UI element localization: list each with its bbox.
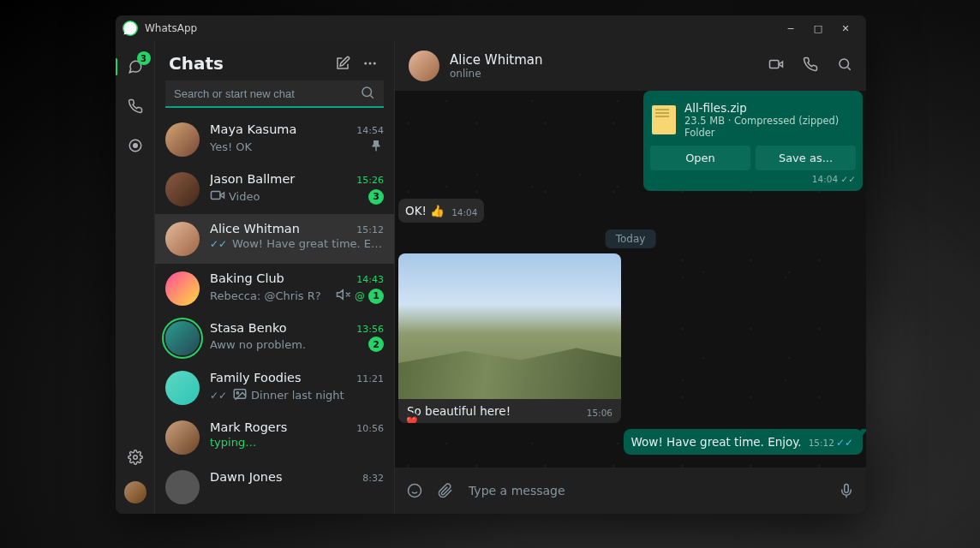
unread-badge: 3 [368,189,384,205]
chat-preview: Wow! Have great time. Enjoy. [232,237,384,250]
left-rail: 3 [116,41,155,514]
chats-more-icon[interactable] [360,53,380,74]
search-icon [360,85,375,103]
read-ticks-icon: ✓✓ [210,238,227,250]
chat-name: Alice Whitman [210,222,356,235]
msg-time: 14:04 ✓✓ [650,174,856,184]
maximize-button[interactable]: □ [804,16,832,40]
chat-preview: typing… [210,436,384,449]
video-icon [210,188,225,206]
mention-icon: @ [355,290,365,302]
app-title: WhatsApp [145,22,197,34]
file-name: All-files.zip [684,101,854,115]
avatar [409,51,439,81]
video-call-icon[interactable] [768,57,784,75]
msg-time: 15:12✓✓ [809,437,855,449]
file-meta: 23.5 MB · Compressed (zipped) Folder [684,115,854,139]
rail-settings-icon[interactable] [125,447,146,468]
unread-badge: 1 [368,289,384,304]
rail-chats-badge: 3 [137,51,151,65]
file-saveas-button[interactable]: Save as... [756,146,856,170]
chat-name: Family Foodies [210,371,356,384]
minimize-button[interactable]: ─ [777,16,804,40]
chat-time: 15:26 [356,175,384,186]
avatar [165,172,200,206]
svg-point-1 [133,144,137,148]
app-logo-icon [122,21,138,36]
chat-time: 10:56 [356,423,384,434]
message-incoming-image[interactable]: So beautiful here! 15:06 ❤️ [398,253,621,423]
message-image[interactable] [398,253,621,399]
chat-time: 14:54 [356,125,384,136]
chat-item-stasa[interactable]: Stasa Benko13:56 Aww no problem.2 [155,313,394,363]
conversation-header[interactable]: Alice Whitman online [395,41,866,91]
avatar [165,271,200,306]
unread-badge: 2 [368,337,384,352]
message-outgoing-text[interactable]: Wow! Have great time. Enjoy. 15:12✓✓ [624,429,863,455]
msg-text: OK! 👍 [405,204,445,217]
pin-icon [368,138,384,156]
avatar [165,470,200,504]
search-input[interactable] [174,87,360,100]
rail-profile-avatar[interactable] [124,481,146,503]
avatar [165,222,200,256]
new-chat-icon[interactable] [332,53,353,74]
mic-icon[interactable] [839,483,854,498]
chat-name: Mark Rogers [210,420,356,434]
rail-calls-icon[interactable] [125,96,146,116]
svg-point-6 [362,87,372,97]
chat-name: Baking Club [210,271,356,285]
chat-preview: Rebecca: @Chris R? [210,289,332,302]
contact-name: Alice Whitman [450,52,758,68]
chat-item-baking[interactable]: Baking Club14:43 Rebecca: @Chris R? @ 1 [155,264,394,313]
chat-name: Stasa Benko [210,321,356,335]
chat-name: Dawn Jones [210,470,362,484]
msg-time: 15:06 [587,408,612,418]
message-outgoing-file[interactable]: All-files.zip 23.5 MB · Compressed (zipp… [643,91,863,191]
app-window: WhatsApp ─ □ ✕ 3 [116,15,866,514]
rail-status-icon[interactable] [125,135,146,156]
close-button[interactable]: ✕ [832,16,859,40]
svg-point-3 [364,63,367,65]
chat-preview: Dinner last night [251,389,384,402]
chats-title: Chats [169,53,326,74]
rail-chats-icon[interactable]: 3 [125,57,146,77]
chat-item-dawn[interactable]: Dawn Jones8:32 [155,462,394,512]
svg-point-11 [840,59,849,68]
chat-name: Jason Ballmer [210,172,356,186]
attach-icon[interactable] [438,483,453,498]
search-in-chat-icon[interactable] [837,57,852,75]
read-ticks-icon: ✓✓ [836,437,853,449]
chat-item-jason[interactable]: Jason Ballmer15:26 Video3 [155,164,394,214]
chat-item-foodies[interactable]: Family Foodies11:21 ✓✓Dinner last night [155,363,394,413]
composer-input[interactable]: Type a message [469,484,823,497]
chat-item-mark[interactable]: Mark Rogers10:56 typing… [155,413,394,462]
svg-rect-10 [770,61,780,68]
chat-name: Maya Kasuma [210,122,356,136]
chat-time: 8:32 [362,473,384,484]
file-open-button[interactable]: Open [650,146,750,170]
zip-file-icon [652,105,676,134]
emoji-icon[interactable] [407,483,422,498]
titlebar: WhatsApp ─ □ ✕ [116,15,866,41]
svg-point-2 [133,456,137,460]
image-caption: So beautiful here! [407,404,587,418]
mute-icon [336,287,351,305]
read-ticks-icon: ✓✓ [210,390,227,402]
svg-point-12 [409,485,421,497]
search-box[interactable] [165,80,384,108]
msg-text: Wow! Have great time. Enjoy. [631,435,802,449]
chat-time: 13:56 [356,324,384,335]
messages-area[interactable]: All-files.zip 23.5 MB · Compressed (zipp… [395,91,866,468]
chats-panel: Chats [155,41,395,514]
svg-point-5 [373,63,376,65]
chat-list: Maya Kasuma14:54 Yes! OK Jason Ballmer15… [155,115,394,514]
avatar [165,371,200,405]
photo-icon [232,386,248,404]
avatar [165,321,200,355]
voice-call-icon[interactable] [803,57,818,75]
chat-item-alice[interactable]: Alice Whitman15:12 ✓✓Wow! Have great tim… [155,214,394,264]
svg-rect-7 [212,192,221,200]
chat-item-maya[interactable]: Maya Kasuma14:54 Yes! OK [155,115,394,164]
message-incoming-text[interactable]: OK! 👍 14:04 [398,199,484,223]
